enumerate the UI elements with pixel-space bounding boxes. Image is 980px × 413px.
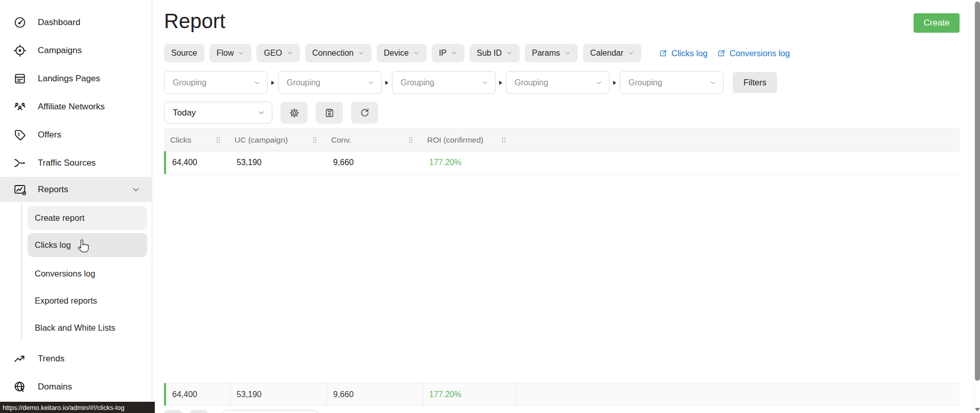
caret-right-icon xyxy=(271,81,274,85)
scrollbar-thumb[interactable] xyxy=(975,2,980,381)
chevron-down-icon xyxy=(709,79,716,86)
row-cell-roi-confirmed: 177.20% xyxy=(423,151,516,174)
sidebar-subitem-label: Conversions log xyxy=(35,269,95,279)
external-link-icon xyxy=(659,49,667,58)
grouping-placeholder: Grouping xyxy=(401,78,434,87)
sidebar-subitem-label: Exported reports xyxy=(35,296,97,306)
save-button[interactable] xyxy=(316,102,343,124)
sidebar-item-label: Affiliate Networks xyxy=(38,102,105,112)
grouping-placeholder: Grouping xyxy=(628,78,662,87)
sidebar-subitem-create-report[interactable]: Create report xyxy=(28,206,147,230)
caret-right-icon xyxy=(499,81,502,85)
filter-chip-params[interactable]: Params xyxy=(525,44,578,62)
campaigns-icon xyxy=(13,44,27,57)
drag-handle-icon[interactable] xyxy=(407,136,415,144)
scrollbar-down-arrow-icon[interactable] xyxy=(975,408,980,411)
refresh-button[interactable] xyxy=(351,102,378,124)
traffic-sources-icon xyxy=(13,156,27,170)
gear-button[interactable] xyxy=(281,102,308,124)
scrollbar[interactable] xyxy=(974,0,980,413)
sidebar-item-traffic-sources[interactable]: Traffic Sources xyxy=(0,149,152,177)
sidebar-subitem-exported-reports[interactable]: Exported reports xyxy=(0,287,152,314)
table-header: ClicksUC (campaign)Conv.ROI (confirmed) xyxy=(164,129,960,151)
chevron-down-icon xyxy=(253,79,261,86)
totals-cell-clicks: 64,400 xyxy=(166,383,230,405)
create-button[interactable]: Create xyxy=(914,13,960,33)
grouping-select-4[interactable]: Grouping xyxy=(506,71,610,94)
status-url-tooltip: https://demo.keitaro.io/admin/#!/clicks-… xyxy=(0,402,155,413)
affiliate-networks-icon xyxy=(13,100,27,113)
date-range-select[interactable]: Today xyxy=(164,102,272,124)
drag-handle-icon[interactable] xyxy=(500,136,508,144)
filter-chip-label: Flow xyxy=(217,49,234,58)
sidebar-subitem-black-and-white-lists[interactable]: Black and White Lists xyxy=(0,314,152,341)
filter-chip-ip[interactable]: IP xyxy=(432,44,464,62)
sidebar-item-affiliate-networks[interactable]: Affiliate Networks xyxy=(0,93,152,121)
grouping-row: GroupingGroupingGroupingGroupingGrouping… xyxy=(164,71,960,94)
sidebar-item-label: Traffic Sources xyxy=(38,158,96,168)
main-content: Report Create SourceFlowGEOConnectionDev… xyxy=(153,0,974,413)
sidebar-item-label: Landings Pages xyxy=(38,74,100,84)
chevron-down-icon xyxy=(258,109,265,117)
row-cell-clicks: 64,400 xyxy=(166,151,230,174)
column-header-clicks[interactable]: Clicks xyxy=(164,129,228,151)
drag-handle-icon[interactable] xyxy=(311,136,319,144)
grouping-select-5[interactable]: Grouping xyxy=(620,71,724,94)
chevron-down-icon xyxy=(628,50,634,56)
sidebar-subitem-clicks-log[interactable]: Clicks log xyxy=(28,233,147,257)
column-header-roi-confirmed[interactable]: ROI (confirmed) xyxy=(421,129,514,151)
landing-pages-icon xyxy=(13,72,27,85)
filter-chip-device[interactable]: Device xyxy=(377,44,427,62)
sidebar-item-landing-pages[interactable]: Landings Pages xyxy=(0,64,152,93)
report-table: ClicksUC (campaign)Conv.ROI (confirmed) … xyxy=(164,129,960,413)
filters-button[interactable]: Filters xyxy=(733,72,777,93)
filter-chips-row: SourceFlowGEOConnectionDeviceIPSub IDPar… xyxy=(164,44,960,62)
sidebar-item-reports[interactable]: Reports xyxy=(0,177,152,202)
sidebar-item-trends[interactable]: Trends xyxy=(0,345,152,373)
grouping-select-2[interactable]: Grouping xyxy=(278,71,382,94)
sidebar-item-label: Domains xyxy=(38,382,72,392)
chevron-down-icon xyxy=(367,79,375,86)
pagination-prev-button[interactable] xyxy=(190,410,208,413)
caret-right-icon xyxy=(385,81,388,85)
drag-handle-icon[interactable] xyxy=(214,136,222,144)
link-label: Conversions log xyxy=(730,49,790,58)
sidebar-item-domains[interactable]: Domains xyxy=(0,373,152,401)
sidebar-item-label: Campaigns xyxy=(38,45,82,56)
filter-chip-calendar[interactable]: Calendar xyxy=(583,44,641,62)
filter-chip-sub-id[interactable]: Sub ID xyxy=(470,44,520,62)
sidebar-item-campaigns[interactable]: Campaigns xyxy=(0,36,152,64)
filter-chip-connection[interactable]: Connection xyxy=(305,44,371,62)
filter-chip-geo[interactable]: GEO xyxy=(256,44,300,62)
filter-chip-label: Device xyxy=(384,49,409,58)
filter-chip-flow[interactable]: Flow xyxy=(209,44,252,62)
filter-chip-label: Params xyxy=(532,49,560,58)
column-header-uc-campaign[interactable]: UC (campaign) xyxy=(228,129,325,151)
link-label: Clicks log xyxy=(671,49,708,58)
grouping-select-3[interactable]: Grouping xyxy=(392,71,496,94)
pagination-first-button[interactable] xyxy=(164,410,182,413)
sidebar-item-dashboard[interactable]: Dashboard xyxy=(0,8,152,36)
link-conversions-log[interactable]: Conversions log xyxy=(717,49,790,58)
column-header-conv[interactable]: Conv. xyxy=(325,129,421,151)
grouping-select-1[interactable]: Grouping xyxy=(164,71,268,94)
link-clicks-log[interactable]: Clicks log xyxy=(659,49,708,58)
grouping-placeholder: Grouping xyxy=(515,78,548,87)
trends-icon xyxy=(13,352,27,365)
domains-icon xyxy=(13,380,27,394)
grouping-placeholder: Grouping xyxy=(173,78,206,87)
save-icon xyxy=(324,107,335,119)
sidebar-subitem-conversions-log[interactable]: Conversions log xyxy=(0,260,152,287)
filter-chip-source[interactable]: Source xyxy=(164,44,204,62)
per-page-select[interactable] xyxy=(221,410,318,413)
column-header-label: ROI (confirmed) xyxy=(427,135,483,145)
caret-right-icon xyxy=(613,81,616,85)
dashboard-icon xyxy=(13,16,27,29)
submenu-tree-line xyxy=(21,203,22,339)
sidebar-item-offers[interactable]: $Offers xyxy=(0,121,152,149)
column-header-spacer xyxy=(514,129,960,151)
reports-submenu: Create reportClicks logConversions logEx… xyxy=(0,202,152,345)
column-header-label: Conv. xyxy=(331,135,351,145)
filter-chip-label: Sub ID xyxy=(477,49,502,58)
refresh-icon xyxy=(359,107,370,119)
